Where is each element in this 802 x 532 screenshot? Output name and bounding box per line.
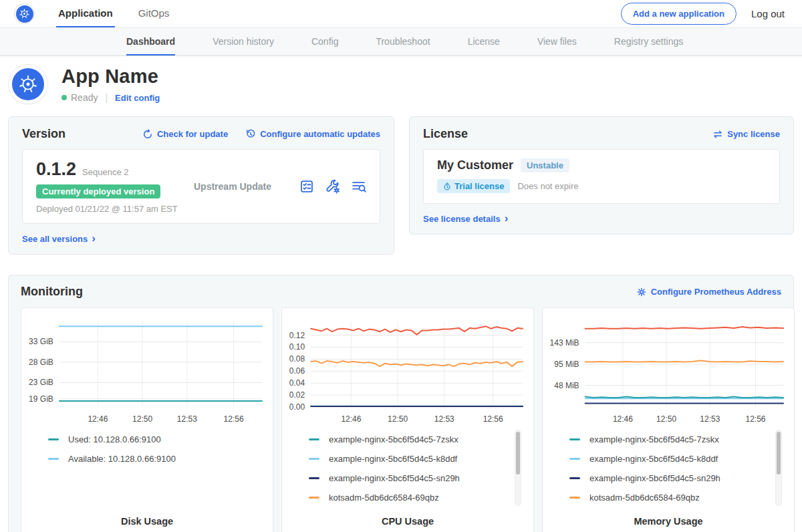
charts-row: 12:4612:5012:5312:5619 GiB23 GiB28 GiB33… bbox=[21, 307, 781, 532]
legend-item: Used: 10.128.0.66:9100 bbox=[48, 430, 273, 449]
tab-dashboard[interactable]: Dashboard bbox=[126, 28, 175, 55]
version-number: 0.1.2 bbox=[36, 159, 76, 180]
svg-text:28 GiB: 28 GiB bbox=[29, 358, 53, 367]
stopwatch-icon bbox=[443, 182, 451, 190]
legend-scrollbar-thumb[interactable] bbox=[516, 432, 520, 475]
legend-item: Available: 10.128.0.66:9100 bbox=[48, 449, 273, 469]
svg-text:12:56: 12:56 bbox=[483, 414, 503, 424]
legend-item: example-nginx-5bc6f5d4c5-sn29h bbox=[569, 469, 794, 488]
see-license-details-link[interactable]: See license details › bbox=[423, 214, 508, 224]
channel-badge: Unstable bbox=[521, 158, 569, 172]
disk-usage-legend: Used: 10.128.0.66:9100Available: 10.128.… bbox=[21, 430, 273, 509]
legend-item: kotsadm-5db6dc6584-69qbz bbox=[569, 488, 794, 507]
legend-scrollbar-thumb[interactable] bbox=[777, 432, 781, 475]
legend-scrollbar[interactable] bbox=[515, 430, 521, 506]
add-application-button[interactable]: Add a new application bbox=[621, 3, 737, 25]
svg-text:12:46: 12:46 bbox=[88, 414, 108, 424]
edit-config-link[interactable]: Edit config bbox=[115, 93, 160, 103]
update-type-label: Upstream Update bbox=[191, 181, 299, 192]
memory-usage-legend: example-nginx-5bc6f5d4c5-7zskxexample-ng… bbox=[543, 430, 794, 509]
svg-text:12:50: 12:50 bbox=[656, 414, 676, 424]
legend-label: kotsadm-5db6dc6584-69qbz bbox=[589, 493, 700, 503]
tab-application[interactable]: Application bbox=[56, 0, 115, 27]
gear-icon bbox=[636, 287, 647, 297]
tab-config[interactable]: Config bbox=[311, 28, 338, 55]
legend-label: example-nginx-5bc6f5d4c5-7zskx bbox=[589, 434, 719, 444]
legend-item: example-nginx-5bc6f5d4c5-sn29h bbox=[309, 469, 533, 488]
svg-text:0.00: 0.00 bbox=[289, 402, 305, 412]
svg-text:12:50: 12:50 bbox=[132, 414, 152, 424]
see-all-versions-link[interactable]: See all versions › bbox=[22, 234, 96, 244]
kubernetes-logo[interactable] bbox=[14, 3, 35, 24]
tab-version-history-label: Version history bbox=[213, 36, 274, 47]
configure-automatic-updates-link[interactable]: Configure automatic updates bbox=[245, 129, 380, 140]
legend-color-dash bbox=[569, 438, 580, 440]
svg-text:0.04: 0.04 bbox=[289, 378, 305, 388]
configure-prometheus-link[interactable]: Configure Prometheus Address bbox=[636, 287, 781, 297]
license-card: License Sync license My Customer Unstabl… bbox=[409, 116, 794, 235]
tab-version-history[interactable]: Version history bbox=[213, 28, 274, 55]
legend-color-dash bbox=[569, 497, 580, 499]
legend-color-dash bbox=[309, 458, 319, 460]
legend-label: example-nginx-5bc6f5d4c5-sn29h bbox=[329, 473, 460, 483]
see-all-versions-label: See all versions bbox=[22, 234, 88, 244]
legend-label: Available: 10.128.0.66:9100 bbox=[68, 454, 176, 464]
legend-color-dash bbox=[48, 458, 59, 460]
svg-text:0.02: 0.02 bbox=[289, 390, 305, 400]
tab-registry-settings[interactable]: Registry settings bbox=[614, 28, 683, 55]
svg-text:12:53: 12:53 bbox=[434, 414, 454, 424]
kubernetes-logo-circle bbox=[16, 5, 33, 23]
deployed-timestamp: Deployed 01/21/22 @ 11:57 am EST bbox=[36, 204, 191, 214]
customer-name: My Customer bbox=[437, 158, 513, 172]
legend-label: Used: 10.128.0.66:9100 bbox=[68, 434, 161, 444]
svg-text:12:46: 12:46 bbox=[613, 414, 633, 424]
version-card-title: Version bbox=[22, 127, 65, 141]
tab-application-label: Application bbox=[58, 7, 113, 19]
monitoring-title: Monitoring bbox=[21, 285, 83, 299]
svg-text:0.06: 0.06 bbox=[289, 366, 305, 376]
helm-wheel-icon bbox=[19, 8, 30, 19]
sync-license-label: Sync license bbox=[727, 129, 780, 139]
logout-button[interactable]: Log out bbox=[751, 8, 785, 19]
see-license-details-label: See license details bbox=[423, 214, 501, 224]
legend-label: example-nginx-5bc6f5d4c5-sn29h bbox=[589, 473, 720, 483]
config-wrench-icon[interactable] bbox=[325, 179, 340, 194]
svg-text:48 MiB: 48 MiB bbox=[554, 381, 579, 390]
svg-text:12:53: 12:53 bbox=[177, 414, 197, 424]
topnav-right: Add a new application Log out bbox=[621, 0, 802, 27]
check-for-update-link[interactable]: Check for update bbox=[142, 129, 228, 140]
svg-text:12:46: 12:46 bbox=[341, 414, 361, 424]
sync-license-link[interactable]: Sync license bbox=[712, 129, 780, 140]
disk-usage-chart-card: 12:4612:5012:5312:5619 GiB23 GiB28 GiB33… bbox=[21, 307, 273, 532]
svg-text:12:56: 12:56 bbox=[224, 414, 244, 424]
legend-color-dash bbox=[569, 477, 580, 479]
svg-text:95 MiB: 95 MiB bbox=[554, 360, 579, 369]
legend-item: example-nginx-5bc6f5d4c5-k8ddf bbox=[569, 449, 794, 469]
tab-view-files[interactable]: View files bbox=[537, 28, 577, 55]
tab-license[interactable]: License bbox=[468, 28, 500, 55]
preflight-checklist-icon[interactable] bbox=[299, 179, 314, 194]
svg-text:23 GiB: 23 GiB bbox=[29, 378, 53, 387]
memory-usage-plot: 12:4612:5012:5312:5648 MiB95 MiB143 MiB bbox=[543, 316, 794, 426]
legend-scrollbar[interactable] bbox=[775, 430, 782, 506]
tab-gitops[interactable]: GitOps bbox=[136, 0, 172, 27]
update-schedule-icon bbox=[245, 129, 256, 140]
tab-config-label: Config bbox=[311, 36, 338, 47]
trial-license-label: Trial license bbox=[454, 181, 504, 191]
view-diff-icon[interactable] bbox=[352, 179, 366, 194]
tab-dashboard-label: Dashboard bbox=[126, 36, 175, 47]
expiry-label: Does not expire bbox=[517, 181, 578, 191]
legend-color-dash bbox=[309, 497, 319, 499]
current-version-box: 0.1.2 Sequence 2 Currently deployed vers… bbox=[22, 149, 380, 224]
app-sub-nav: Dashboard Version history Config Trouble… bbox=[0, 28, 802, 56]
chart-title: Disk Usage bbox=[21, 516, 273, 527]
legend-label: example-nginx-5bc6f5d4c5-k8ddf bbox=[589, 454, 718, 464]
legend-label: example-nginx-5bc6f5d4c5-k8ddf bbox=[329, 454, 457, 464]
tab-troubleshoot-label: Troubleshoot bbox=[376, 36, 430, 47]
svg-text:33 GiB: 33 GiB bbox=[29, 337, 53, 346]
app-icon bbox=[8, 64, 48, 104]
sequence-label: Sequence 2 bbox=[82, 167, 128, 177]
memory-usage-chart-card: 12:4612:5012:5312:5648 MiB95 MiB143 MiB … bbox=[542, 307, 795, 532]
tab-troubleshoot[interactable]: Troubleshoot bbox=[376, 28, 430, 55]
cpu-usage-plot: 12:4612:5012:5312:560.000.020.040.060.08… bbox=[282, 316, 533, 426]
